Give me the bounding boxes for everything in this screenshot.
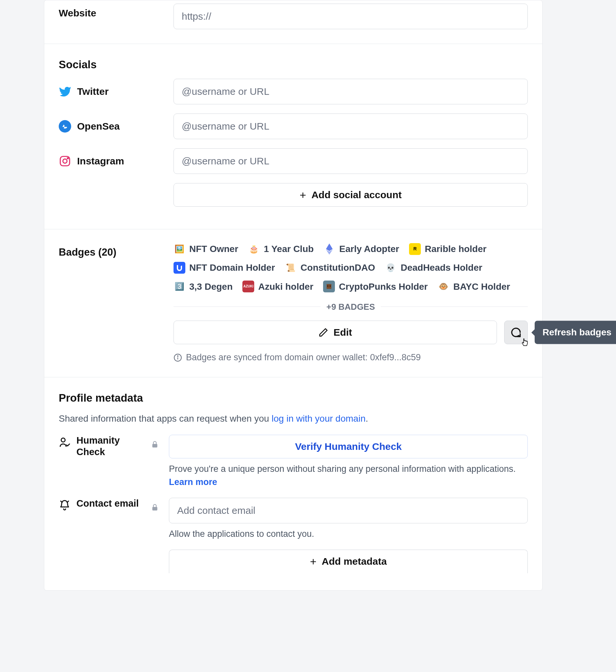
opensea-icon <box>59 120 71 132</box>
verify-humanity-button[interactable]: Verify Humanity Check <box>169 435 528 458</box>
refresh-badges-button[interactable]: Refresh badges <box>504 320 528 344</box>
badge-item: NFT Domain Holder <box>174 261 275 274</box>
add-social-button[interactable]: + Add social account <box>174 183 528 207</box>
cursor-icon <box>520 338 529 347</box>
badge-label: DeadHeads Holder <box>400 261 482 274</box>
contact-icon <box>59 498 71 511</box>
badge-icon: 📜 <box>285 262 297 274</box>
badge-item: 🐵BAYC Holder <box>438 280 510 293</box>
badge-label: Early Adopter <box>339 242 399 255</box>
badges-info-text: Badges are synced from domain owner wall… <box>186 352 421 364</box>
badge-icon: 🖼️ <box>174 243 185 255</box>
svg-rect-5 <box>327 286 328 286</box>
instagram-label: Instagram <box>77 154 124 168</box>
instagram-input[interactable] <box>174 148 528 174</box>
badge-label: CryptoPunks Holder <box>339 280 428 293</box>
login-domain-link[interactable]: log in with your domain <box>272 414 365 424</box>
website-label: Website <box>59 8 96 18</box>
opensea-label: OpenSea <box>77 119 120 133</box>
badge-label: NFT Domain Holder <box>189 261 275 274</box>
badge-label: 3,3 Degen <box>189 280 233 293</box>
metadata-title: Profile metadata <box>59 391 528 406</box>
contact-email-input[interactable] <box>169 498 528 523</box>
metadata-desc: Shared information that apps can request… <box>59 412 528 425</box>
lock-icon <box>151 503 162 512</box>
plus-icon: + <box>310 555 317 568</box>
badge-label: ConstitutionDAO <box>300 261 375 274</box>
badge-item: AZUKIAzuki holder <box>242 280 313 293</box>
badge-label: 1 Year Club <box>264 242 314 255</box>
badge-icon: 🎂 <box>248 243 260 255</box>
add-metadata-button[interactable]: + Add metadata <box>169 550 528 573</box>
website-input[interactable] <box>174 4 528 29</box>
badge-item: 🎂1 Year Club <box>248 242 314 255</box>
refresh-icon <box>510 327 522 338</box>
badge-label: NFT Owner <box>189 242 238 255</box>
humanity-learn-more[interactable]: Learn more <box>169 476 528 489</box>
edit-badges-label: Edit <box>334 327 352 338</box>
opensea-input[interactable] <box>174 113 528 139</box>
badge-icon <box>323 280 335 292</box>
badge-item: 🖼️NFT Owner <box>174 242 238 255</box>
svg-point-10 <box>61 438 65 442</box>
badge-label: BAYC Holder <box>453 280 510 293</box>
twitter-input[interactable] <box>174 79 528 104</box>
humanity-label: Humanity Check <box>76 435 144 458</box>
badge-icon: 💀 <box>385 262 397 274</box>
svg-point-9 <box>177 356 178 357</box>
badge-icon: R <box>409 243 421 255</box>
edit-badges-button[interactable]: Edit <box>174 320 497 344</box>
twitter-icon <box>59 85 71 98</box>
badge-item: RRarible holder <box>409 242 486 255</box>
socials-title: Socials <box>59 57 528 72</box>
humanity-helper: Prove you're a unique person without sha… <box>169 463 528 489</box>
lock-icon <box>151 440 162 449</box>
badge-label: Azuki holder <box>258 280 313 293</box>
svg-point-2 <box>67 158 68 159</box>
svg-rect-11 <box>152 444 157 448</box>
badge-icon: 3️⃣ <box>174 280 185 292</box>
twitter-label: Twitter <box>77 85 109 98</box>
add-social-label: Add social account <box>311 189 401 200</box>
badge-item: 📜ConstitutionDAO <box>285 261 375 274</box>
add-metadata-label: Add metadata <box>322 556 387 567</box>
svg-rect-12 <box>152 507 157 511</box>
badge-icon <box>323 243 335 255</box>
badge-icon <box>174 262 185 274</box>
badge-item: 3️⃣3,3 Degen <box>174 280 233 293</box>
badge-item: 💀DeadHeads Holder <box>385 261 482 274</box>
badges-title: Badges (20) <box>59 246 116 258</box>
contact-label: Contact email <box>76 498 139 509</box>
pencil-icon <box>318 327 328 337</box>
instagram-icon <box>59 155 71 167</box>
badge-icon: 🐵 <box>438 280 449 292</box>
badge-icon: AZUKI <box>242 280 254 292</box>
more-badges: +9 BADGES <box>320 301 381 313</box>
svg-rect-4 <box>327 284 331 289</box>
badge-label: Rarible holder <box>425 242 486 255</box>
info-icon <box>174 354 182 362</box>
humanity-icon <box>59 435 71 448</box>
svg-rect-6 <box>330 286 331 286</box>
svg-point-1 <box>63 159 67 163</box>
refresh-tooltip: Refresh badges <box>535 321 616 344</box>
contact-helper: Allow the applications to contact you. <box>169 528 528 540</box>
badge-item: CryptoPunks Holder <box>323 280 428 293</box>
badge-item: Early Adopter <box>323 242 399 255</box>
plus-icon: + <box>300 189 306 201</box>
